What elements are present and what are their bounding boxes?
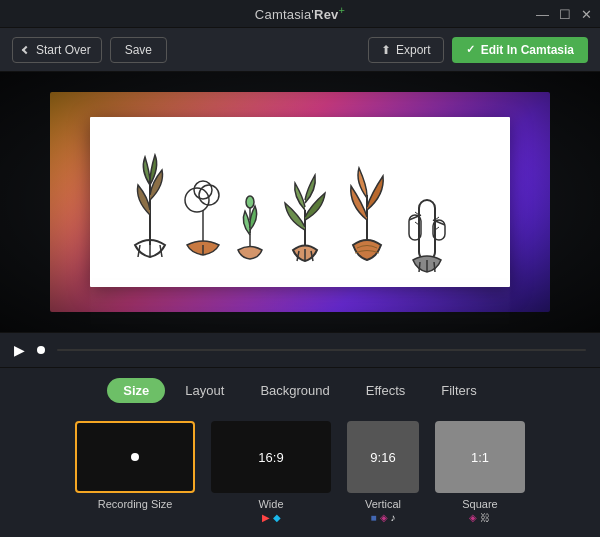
timeline-track[interactable] bbox=[57, 349, 586, 351]
minimize-button[interactable]: — bbox=[536, 7, 549, 20]
svg-line-25 bbox=[419, 262, 420, 272]
preset-wide-label: Wide bbox=[258, 498, 283, 510]
svg-point-10 bbox=[246, 196, 254, 208]
title-bar: Camtasia'Rev+ — ☐ ✕ bbox=[0, 0, 600, 28]
tabs-section: Size Layout Background Effects Filters bbox=[0, 368, 600, 411]
square-label: 1:1 bbox=[471, 450, 489, 465]
edit-in-camtasia-button[interactable]: ✓ Edit In Camtasia bbox=[452, 37, 588, 63]
preset-thumb-vertical: 9:16 bbox=[347, 421, 419, 493]
preset-recording-label: Recording Size bbox=[98, 498, 173, 510]
preset-thumb-square: 1:1 bbox=[435, 421, 525, 493]
instagram-icon: ◈ bbox=[380, 512, 388, 523]
wide-platform-icons: ▶ ◆ bbox=[262, 512, 281, 523]
tab-layout[interactable]: Layout bbox=[169, 378, 240, 403]
svg-line-3 bbox=[160, 245, 162, 257]
square-platform-icons: ◈ ⛓ bbox=[469, 512, 490, 523]
vimeo-icon: ◆ bbox=[273, 512, 281, 523]
link-icon: ⛓ bbox=[480, 512, 490, 523]
window-controls: — ☐ ✕ bbox=[536, 7, 592, 20]
controls-bar: ▶ bbox=[0, 332, 600, 368]
export-icon: ⬆ bbox=[381, 43, 391, 57]
preset-vertical-label: Vertical bbox=[365, 498, 401, 510]
save-button[interactable]: Save bbox=[110, 37, 167, 63]
svg-line-1 bbox=[138, 245, 140, 257]
timeline-scrubber[interactable] bbox=[37, 346, 45, 354]
presets-area: Recording Size 16:9 Wide ▶ ◆ 9:16 Vertic… bbox=[0, 411, 600, 537]
play-button[interactable]: ▶ bbox=[14, 342, 25, 358]
plus-label: + bbox=[339, 4, 346, 16]
chevron-left-icon bbox=[22, 45, 30, 53]
preset-recording[interactable]: Recording Size bbox=[75, 421, 195, 510]
facebook-icon: ■ bbox=[370, 512, 376, 523]
tab-size[interactable]: Size bbox=[107, 378, 165, 403]
reflection bbox=[90, 272, 510, 332]
rev-label: Rev bbox=[314, 8, 338, 23]
tab-effects[interactable]: Effects bbox=[350, 378, 422, 403]
vertical-platform-icons: ■ ◈ ♪ bbox=[370, 512, 395, 523]
tab-filters[interactable]: Filters bbox=[425, 378, 492, 403]
instagram2-icon: ◈ bbox=[469, 512, 477, 523]
app-title: Camtasia'Rev+ bbox=[255, 4, 345, 22]
preset-thumb-wide: 16:9 bbox=[211, 421, 331, 493]
svg-line-27 bbox=[434, 262, 435, 272]
recording-dot bbox=[131, 453, 139, 461]
close-button[interactable]: ✕ bbox=[581, 7, 592, 20]
svg-point-5 bbox=[185, 188, 209, 212]
brand-name: Camtasia' bbox=[255, 8, 314, 23]
tab-background[interactable]: Background bbox=[244, 378, 345, 403]
start-over-button[interactable]: Start Over bbox=[12, 37, 102, 63]
preset-wide[interactable]: 16:9 Wide ▶ ◆ bbox=[211, 421, 331, 523]
plant-illustration bbox=[100, 125, 500, 280]
preset-square[interactable]: 1:1 Square ◈ ⛓ bbox=[435, 421, 525, 523]
check-icon: ✓ bbox=[466, 43, 475, 56]
preview-area bbox=[0, 72, 600, 332]
export-button[interactable]: ⬆ Export bbox=[368, 37, 444, 63]
tiktok-icon: ♪ bbox=[391, 512, 396, 523]
youtube-icon: ▶ bbox=[262, 512, 270, 523]
toolbar: Start Over Save ⬆ Export ✓ Edit In Camta… bbox=[0, 28, 600, 72]
vertical-label: 9:16 bbox=[370, 450, 395, 465]
preset-vertical[interactable]: 9:16 Vertical ■ ◈ ♪ bbox=[347, 421, 419, 523]
wide-label: 16:9 bbox=[258, 450, 283, 465]
preset-square-label: Square bbox=[462, 498, 497, 510]
maximize-button[interactable]: ☐ bbox=[559, 7, 571, 20]
preview-canvas bbox=[90, 117, 510, 287]
preset-thumb-recording bbox=[75, 421, 195, 493]
